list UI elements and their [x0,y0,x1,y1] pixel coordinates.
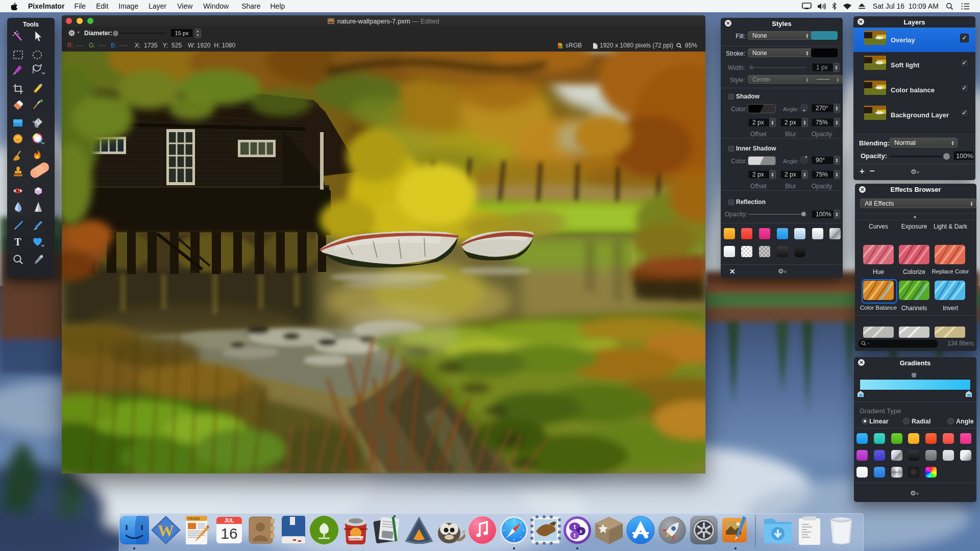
svg-text:PAPRIKA: PAPRIKA [349,537,363,540]
svg-text:16: 16 [220,525,237,542]
svg-text:JUL: JUL [225,518,234,523]
svg-text:W: W [158,521,174,540]
svg-text:T: T [14,236,21,247]
svg-text:PAGES: PAGES [188,517,200,520]
svg-text:t: t [574,523,576,531]
svg-text:x: x [579,529,582,534]
